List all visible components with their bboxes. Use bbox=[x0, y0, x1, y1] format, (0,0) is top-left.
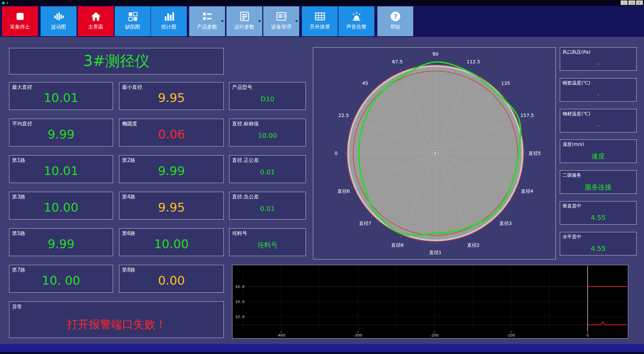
metric-value: 10.01 bbox=[9, 91, 113, 105]
metric-value: 10.00 bbox=[119, 237, 223, 251]
close-button[interactable]: × bbox=[636, 0, 643, 5]
status-value: 4.55 bbox=[560, 244, 636, 252]
metric-value: 10.00 bbox=[229, 132, 306, 139]
toolbar-button-label: 开外接屏 bbox=[310, 24, 330, 30]
polar-label: 157.5 bbox=[520, 113, 534, 118]
dropdown-arrow-icon[interactable] bbox=[221, 20, 224, 22]
maximize-button[interactable]: □ bbox=[628, 0, 635, 5]
toolbar-button-label: 统计图 bbox=[161, 24, 176, 30]
help-icon: ? bbox=[389, 10, 401, 23]
svg-text:?: ? bbox=[393, 12, 397, 20]
status-box: 钢材温度(℃)- bbox=[560, 109, 637, 132]
status-value: 速度 bbox=[560, 152, 636, 161]
toolbar-button-run-params[interactable]: 运行参数 bbox=[226, 6, 262, 36]
status-label: 二级服务 bbox=[562, 172, 581, 178]
status-label: 垂直居中 bbox=[562, 203, 581, 209]
metric-value: 坯料号 bbox=[229, 241, 306, 249]
toolbar-button-sound-alarm[interactable]: 声音告警 bbox=[338, 6, 374, 36]
metric-value: 0.00 bbox=[119, 274, 223, 287]
polar-label: 0 bbox=[335, 151, 338, 156]
app-icon bbox=[2, 1, 5, 5]
status-value: - bbox=[560, 60, 636, 68]
bar-chart-icon bbox=[163, 10, 175, 23]
trend-y-label: 10. 0 bbox=[235, 315, 245, 319]
toolbar-button-main-screen[interactable]: 主界面 bbox=[78, 6, 114, 36]
metric-label: 直径.标称值 bbox=[232, 121, 259, 127]
polar-label: 直径7 bbox=[359, 221, 371, 226]
polar-label: 直径8 bbox=[391, 242, 404, 248]
status-box: 二级服务服务连接 bbox=[560, 170, 637, 194]
toolbar-button-defect-chart[interactable]: 缺陷图 bbox=[115, 6, 151, 36]
metric-value: 9.99 bbox=[119, 164, 223, 178]
toolbar-button-label: 设备管理 bbox=[271, 24, 291, 30]
metric-value: 9.95 bbox=[119, 91, 223, 105]
status-value: - bbox=[560, 121, 636, 129]
metric-value: 0.01 bbox=[229, 205, 306, 212]
product-params-icon bbox=[201, 10, 213, 23]
defect-grid-icon bbox=[127, 10, 139, 23]
metric-label: 第5路 bbox=[12, 230, 25, 237]
dropdown-arrow-icon[interactable] bbox=[295, 20, 298, 22]
toolbar-button-stop-collect[interactable]: 采集停止 bbox=[2, 6, 38, 36]
stop-icon bbox=[14, 10, 26, 23]
toolbar-button-stats-chart[interactable]: 统计图 bbox=[151, 6, 187, 36]
metric-box: 最大直径10.01 bbox=[9, 82, 113, 110]
toolbar-button-label: 缺陷图 bbox=[125, 24, 140, 30]
metric-box: 坯料号坯料号 bbox=[229, 228, 306, 256]
trend-x-label: -300 bbox=[354, 333, 362, 338]
metric-value: 9.99 bbox=[9, 128, 113, 141]
polar-profile-panel: 022.54567.590112.5135157.5直径5直径4直径3直径2直径… bbox=[313, 47, 556, 259]
polar-label: 45 bbox=[362, 80, 368, 86]
metric-box: 第5路9.99 bbox=[9, 228, 113, 256]
toolbar-button-ext-screen[interactable]: 开外接屏 bbox=[302, 6, 338, 36]
polar-label: 直径5 bbox=[529, 151, 541, 156]
status-box: 铜套温度(℃)- bbox=[560, 78, 637, 102]
polar-label: 112.5 bbox=[467, 59, 480, 64]
status-label: 速度(m/s) bbox=[562, 141, 584, 148]
window-controls: —□× bbox=[621, 0, 643, 5]
trend-x-label: -400 bbox=[277, 333, 285, 338]
polar-label: 90 bbox=[432, 51, 438, 57]
metric-label: 直径.负公差 bbox=[232, 194, 259, 200]
metric-box: 第2路9.99 bbox=[119, 155, 224, 183]
trend-chart: 10. 010. 010. 0-400-300-200-1000 bbox=[232, 265, 628, 338]
metric-value: 9.99 bbox=[9, 237, 113, 251]
status-box: 速度(m/s)速度 bbox=[560, 139, 637, 163]
bottom-status-strip bbox=[0, 344, 644, 352]
metric-value: 10.01 bbox=[9, 164, 113, 178]
metric-label: 坯料号 bbox=[232, 230, 247, 237]
window-bottom-edge bbox=[0, 352, 644, 354]
metric-box: 第7路10. 00 bbox=[9, 265, 113, 293]
metric-label: 第7路 bbox=[12, 267, 25, 273]
polar-label: 直径2 bbox=[467, 242, 480, 248]
alarm-box: 异常 打开报警端口失败！ bbox=[9, 301, 224, 338]
toolbar-button-device-mgmt[interactable]: 设备管理 bbox=[263, 6, 299, 36]
trend-y-label: 10. 0 bbox=[235, 285, 245, 289]
minimize-button[interactable]: — bbox=[621, 0, 628, 5]
toolbar-button-wave-chart[interactable]: 波动图 bbox=[41, 6, 76, 36]
toolbar-button-help[interactable]: ?帮助 bbox=[377, 6, 413, 36]
polar-label: 直径3 bbox=[499, 221, 512, 226]
metric-value: 0.06 bbox=[119, 128, 223, 141]
status-label: 水平居中 bbox=[562, 234, 581, 240]
trend-y-label: 10. 0 bbox=[235, 300, 245, 304]
metric-value: 10.00 bbox=[9, 201, 113, 214]
metric-label: 最小直径 bbox=[122, 84, 142, 91]
metric-label: 第8路 bbox=[122, 267, 136, 273]
metric-label: 第4路 bbox=[122, 194, 136, 200]
toolbar-button-label: 声音告警 bbox=[346, 24, 367, 30]
metric-label: 第6路 bbox=[122, 230, 136, 237]
toolbar-button-product-params[interactable]: 产品参数 bbox=[189, 6, 225, 36]
metric-box: 最小直径9.95 bbox=[119, 82, 224, 110]
dropdown-arrow-icon[interactable] bbox=[258, 20, 261, 22]
metric-label: 第2路 bbox=[122, 157, 136, 164]
wave-icon bbox=[53, 10, 65, 23]
toolbar: 采集停止波动图主界面缺陷图统计图产品参数运行参数设备管理开外接屏声音告警?帮助 bbox=[0, 6, 644, 37]
status-box: 水平居中4.55 bbox=[560, 232, 637, 255]
status-box: 风口风压(Pa)- bbox=[560, 47, 637, 71]
metric-box: 产品型号D10 bbox=[229, 82, 306, 110]
metric-box: 直径.负公差0.01 bbox=[229, 192, 306, 220]
metric-label: 平均直径 bbox=[12, 121, 32, 127]
toolbar-button-label: 产品参数 bbox=[197, 24, 217, 30]
metric-label: 产品型号 bbox=[232, 84, 252, 91]
